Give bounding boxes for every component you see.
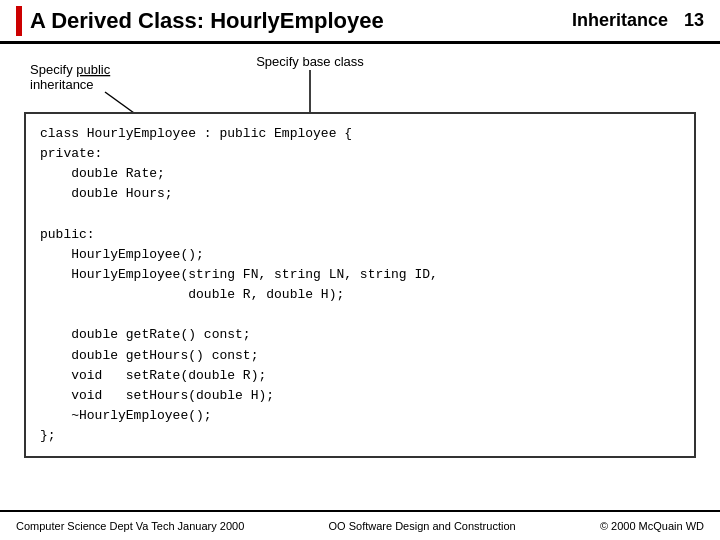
header-slide-number: 13 [684,10,704,31]
public-inheritance-label: Specify public [30,62,111,77]
footer-right: © 2000 McQuain WD [600,520,704,532]
slide: A Derived Class: HourlyEmployee Inherita… [0,0,720,540]
content-area: Specify public inheritance Specify base … [0,44,720,510]
base-class-label: Specify base class [256,54,364,69]
red-bar-icon [16,6,22,36]
footer-center: OO Software Design and Construction [329,520,516,532]
header-topic: Inheritance [572,10,668,31]
footer: Computer Science Dept Va Tech January 20… [0,510,720,540]
code-content: class HourlyEmployee : public Employee {… [40,124,680,446]
header-right: Inheritance 13 [572,10,704,31]
svg-text:inheritance: inheritance [30,77,94,92]
footer-left: Computer Science Dept Va Tech January 20… [16,520,244,532]
header-left: A Derived Class: HourlyEmployee [16,6,384,36]
header: A Derived Class: HourlyEmployee Inherita… [0,0,720,44]
slide-title: A Derived Class: HourlyEmployee [30,8,384,34]
code-box: class HourlyEmployee : public Employee {… [24,112,696,458]
